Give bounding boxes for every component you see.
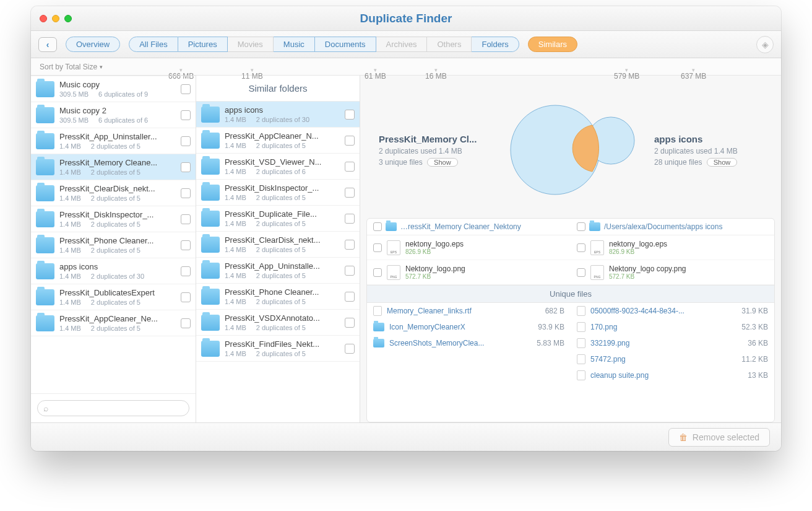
folder-row[interactable]: PressKit_DublicatesExpert 1.4 MB 2 dupli… <box>31 284 196 310</box>
folder-row[interactable]: PressKit_ClearDisk_nekt... 1.4 MB 2 dupl… <box>196 232 360 258</box>
file-checkbox[interactable] <box>577 243 585 252</box>
unique-cell[interactable]: ScreenShots_MemoryClea... 5.83 MB <box>367 335 571 351</box>
folder-checkbox[interactable] <box>345 266 355 276</box>
folder-row[interactable]: PressKit_DiskInspector_... 1.4 MB 2 dupl… <box>31 206 196 232</box>
venn-left-title: PressKit_Memory Cl... <box>379 134 487 144</box>
folder-info: PressKit_VSDXAnnotato... 1.4 MB 2 duplic… <box>225 313 340 331</box>
zoom-icon[interactable] <box>64 15 72 22</box>
unique-cell[interactable]: 05000ff8-9023-4c44-8e34-... 31.9 KB <box>571 303 774 319</box>
sort-dropdown[interactable]: Sort by Total Size ▾ <box>40 63 103 71</box>
search-wrap <box>31 393 196 422</box>
folder-row[interactable]: apps icons 1.4 MB 2 duplicates of 30 <box>31 258 196 284</box>
select-all-left-checkbox[interactable] <box>373 222 382 231</box>
folder-checkbox[interactable] <box>345 214 355 224</box>
folder-meta: 1.4 MB 2 duplicates of 5 <box>225 272 340 279</box>
folder-row[interactable]: apps icons 1.4 MB 2 duplicates of 30 <box>196 102 360 128</box>
folder-row[interactable]: PressKit_FindFiles_Nekt... 1.4 MB 2 dupl… <box>196 336 360 362</box>
folder-row[interactable]: PressKit_Phone Cleaner... 1.4 MB 2 dupli… <box>196 284 360 310</box>
folder-meta: 1.4 MB 2 duplicates of 5 <box>59 194 176 202</box>
folder-row[interactable]: PressKit_App_Uninstaller... 1.4 MB 2 dup… <box>31 128 196 154</box>
folder-checkbox[interactable] <box>181 136 191 146</box>
folder-checkbox[interactable] <box>181 318 191 328</box>
tab-folders[interactable]: Folders <box>472 37 519 52</box>
unique-cell[interactable]: cleanup suite.png 13 KB <box>571 367 774 383</box>
unique-rows[interactable]: Memory_Cleaner_links.rtf 682 B 05000ff8-… <box>367 303 774 422</box>
folder-dups: 2 duplicates of 6 <box>256 168 306 175</box>
tab-music[interactable]: Music <box>274 37 315 52</box>
folder-checkbox[interactable] <box>345 110 355 120</box>
unique-cell[interactable]: 57472.png 11.2 KB <box>571 351 774 367</box>
unique-cell[interactable]: 170.png 52.3 KB <box>571 319 774 335</box>
minimize-icon[interactable] <box>52 15 59 22</box>
unique-cell[interactable]: Icon_MemoryCleanerX 93.9 KB <box>367 319 571 335</box>
folder-meta: 1.4 MB 2 duplicates of 5 <box>59 168 176 176</box>
file-checkbox[interactable] <box>373 268 382 277</box>
venn-diagram <box>499 97 642 203</box>
folder-row[interactable]: Music copy 309.5 MB 6 duplicates of 9 <box>31 76 196 102</box>
similar-panel: Similar folders apps icons 1.4 MB 2 dupl… <box>196 76 360 422</box>
file-icon <box>387 240 400 255</box>
folder-checkbox[interactable] <box>181 214 191 224</box>
folder-size: 1.4 MB <box>59 221 81 228</box>
folder-checkbox[interactable] <box>181 84 191 94</box>
close-icon[interactable] <box>40 15 47 22</box>
search-input[interactable] <box>37 400 189 416</box>
folder-meta: 1.4 MB 2 duplicates of 5 <box>225 220 340 227</box>
folder-checkbox[interactable] <box>181 240 191 250</box>
folder-row[interactable]: PressKit_AppCleaner_N... 1.4 MB 2 duplic… <box>196 128 360 154</box>
folder-name: PressKit_App_Uninstaller... <box>59 132 176 141</box>
file-checkbox[interactable] <box>577 268 585 277</box>
tab-all-files[interactable]: All Files <box>129 37 178 52</box>
folder-row[interactable]: PressKit_ClearDisk_nekt... 1.4 MB 2 dupl… <box>31 180 196 206</box>
folder-checkbox[interactable] <box>181 292 191 302</box>
rss-icon[interactable]: ◈ <box>756 36 774 53</box>
folder-dups: 2 duplicates of 5 <box>91 221 140 228</box>
folder-row[interactable]: Music copy 2 309.5 MB 6 duplicates of 6 <box>31 102 196 128</box>
folder-checkbox[interactable] <box>345 292 355 302</box>
folder-icon <box>36 133 54 149</box>
select-all-right-checkbox[interactable] <box>577 222 585 231</box>
unique-cell[interactable]: Memory_Cleaner_links.rtf 682 B <box>367 303 571 319</box>
folder-row[interactable]: PressKit_Memory Cleane... 1.4 MB 2 dupli… <box>31 154 196 180</box>
show-left-button[interactable]: Show <box>427 158 458 167</box>
file-checkbox[interactable] <box>373 243 382 252</box>
folder-checkbox[interactable] <box>345 344 355 354</box>
folder-checkbox[interactable] <box>181 188 191 198</box>
tab-overview[interactable]: Overview <box>66 37 120 52</box>
tab-pictures[interactable]: Pictures <box>178 37 228 52</box>
folder-row[interactable]: PressKit_VSDXAnnotato... 1.4 MB 2 duplic… <box>196 310 360 336</box>
folder-row[interactable]: PressKit_DiskInspector_... 1.4 MB 2 dupl… <box>196 180 360 206</box>
toolbar: ‹ Overview All FilesPicturesMoviesMusicD… <box>31 31 781 58</box>
folder-checkbox[interactable] <box>345 162 355 172</box>
folder-row[interactable]: PressKit_Phone Cleaner... 1.4 MB 2 dupli… <box>31 232 196 258</box>
folder-checkbox[interactable] <box>345 318 355 328</box>
unique-cell[interactable] <box>367 351 571 367</box>
folder-row[interactable]: PressKit_AppCleaner_Ne... 1.4 MB 2 dupli… <box>31 310 196 336</box>
folder-dups: 2 duplicates of 5 <box>91 325 140 332</box>
duplicate-rows: nektony_logo.eps 826.9 KB nektony_logo.e… <box>367 235 774 285</box>
tab-similars[interactable]: Similars <box>528 37 577 52</box>
remove-selected-button[interactable]: 🗑 Remove selected <box>668 428 770 447</box>
folder-checkbox[interactable] <box>181 110 191 120</box>
folder-name: PressKit_AppCleaner_Ne... <box>59 314 176 323</box>
folder-row[interactable]: PressKit_VSD_Viewer_N... 1.4 MB 2 duplic… <box>196 154 360 180</box>
folder-dups: 2 duplicates of 5 <box>256 246 306 253</box>
tab-documents[interactable]: Documents <box>315 37 376 52</box>
folder-row[interactable]: PressKit_App_Uninstalle... 1.4 MB 2 dupl… <box>196 258 360 284</box>
folder-row[interactable]: PressKit_Duplicate_File... 1.4 MB 2 dupl… <box>196 206 360 232</box>
folder-checkbox[interactable] <box>181 162 191 172</box>
left-folder-list[interactable]: Music copy 309.5 MB 6 duplicates of 9 Mu… <box>31 76 196 393</box>
folder-icon <box>36 185 54 201</box>
back-button[interactable]: ‹ <box>38 37 57 52</box>
folder-checkbox[interactable] <box>345 240 355 250</box>
show-right-button[interactable]: Show <box>707 158 738 167</box>
folder-checkbox[interactable] <box>345 136 355 146</box>
folder-checkbox[interactable] <box>345 188 355 198</box>
folder-name: Music copy <box>59 80 176 89</box>
similar-folder-list[interactable]: apps icons 1.4 MB 2 duplicates of 30 Pre… <box>196 101 360 422</box>
unique-cell[interactable] <box>367 367 571 383</box>
unique-row: Icon_MemoryCleanerX 93.9 KB 170.png 52.3… <box>367 319 774 335</box>
folder-icon <box>201 107 220 123</box>
unique-cell[interactable]: 332199.png 36 KB <box>571 335 774 351</box>
folder-checkbox[interactable] <box>181 266 191 276</box>
